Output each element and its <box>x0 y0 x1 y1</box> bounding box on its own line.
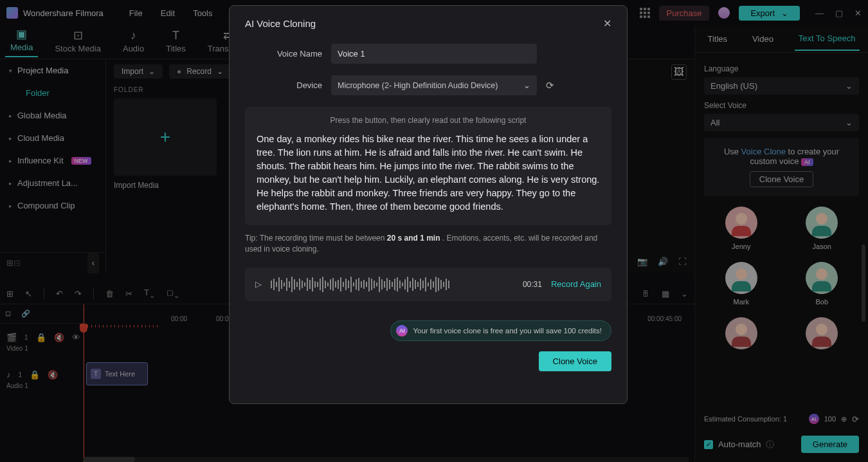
ai-voice-cloning-modal: AI Voice Cloning ✕ Voice Name Device Mic… <box>229 5 628 404</box>
tip-bold: 20 s and 1 min <box>387 234 440 243</box>
promo-text: Your first voice clone is free and you w… <box>413 327 602 335</box>
voice-name-label: Voice Name <box>245 49 322 59</box>
modal-title: AI Voice Cloning <box>245 18 316 29</box>
script-box: Press the button, then clearly read out … <box>245 107 611 225</box>
device-label: Device <box>245 80 322 90</box>
clone-voice-button[interactable]: Clone Voice <box>539 351 611 371</box>
refresh-devices-icon[interactable]: ⟳ <box>546 80 554 91</box>
device-value: Microphone (2- High Definition Audio Dev… <box>338 81 498 90</box>
ai-promo-icon: AI <box>396 325 408 337</box>
waveform[interactable] <box>271 275 514 293</box>
play-icon[interactable]: ▷ <box>255 279 262 289</box>
voice-name-input[interactable] <box>331 44 537 64</box>
close-icon[interactable]: ✕ <box>603 17 611 30</box>
device-select[interactable]: Microphone (2- High Definition Audio Dev… <box>331 75 537 95</box>
tip-text: Tip: The recording time must be between … <box>245 233 611 255</box>
promo-pill: AI Your first voice clone is free and yo… <box>390 320 611 341</box>
tip-pre: Tip: The recording time must be between <box>245 234 387 243</box>
recording-row: ▷ 00:31 Record Again <box>245 268 611 301</box>
record-again-button[interactable]: Record Again <box>551 279 601 289</box>
recording-time: 00:31 <box>523 280 542 289</box>
script-text: One day, a monkey rides his bike near th… <box>257 133 600 214</box>
script-hint: Press the button, then clearly read out … <box>257 116 600 125</box>
chevron-down-icon: ⌄ <box>523 80 530 90</box>
